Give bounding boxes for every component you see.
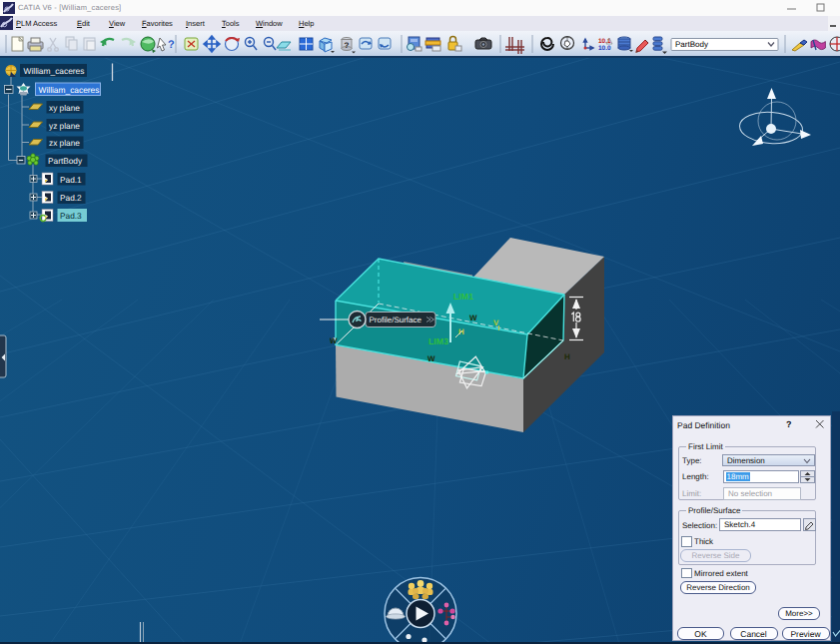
- svg-text:?: ?: [168, 39, 175, 51]
- svg-text:W: W: [427, 354, 435, 363]
- svg-text:Pad.2: Pad.2: [60, 193, 82, 203]
- svg-text:LIM3: LIM3: [428, 336, 448, 346]
- svg-text:yz plane: yz plane: [49, 121, 80, 131]
- svg-text:LIM1: LIM1: [453, 292, 473, 302]
- svg-text:H: H: [564, 352, 570, 361]
- svg-text:zx plane: zx plane: [49, 138, 80, 148]
- svg-text:William_caceres: William_caceres: [39, 85, 100, 95]
- svg-text:Profile/Surface: Profile/Surface: [370, 316, 422, 324]
- svg-text:W: W: [330, 336, 338, 345]
- svg-text:PartBody: PartBody: [675, 40, 708, 49]
- svg-text:?: ?: [345, 41, 350, 50]
- svg-text:PartBody: PartBody: [48, 156, 83, 166]
- svg-text:Pad.3: Pad.3: [60, 211, 82, 221]
- svg-text:W: W: [469, 314, 477, 322]
- svg-text:William_caceres: William_caceres: [24, 66, 85, 76]
- svg-text:xy plane: xy plane: [49, 103, 80, 113]
- svg-text:Pad.1: Pad.1: [60, 175, 82, 185]
- svg-text:10.0: 10.0: [598, 45, 611, 52]
